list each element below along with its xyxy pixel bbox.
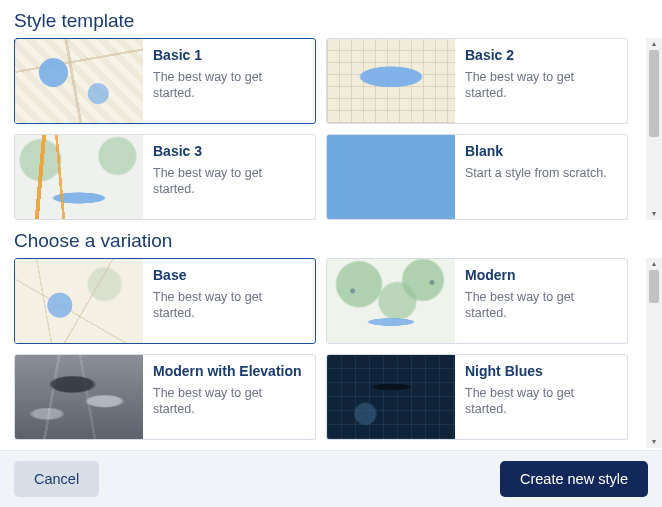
map-thumbnail bbox=[327, 39, 455, 123]
card-title: Modern bbox=[465, 267, 617, 285]
card-desc: The best way to get started. bbox=[153, 165, 305, 199]
scrollbar-thumb[interactable] bbox=[649, 270, 659, 303]
template-card-basic2[interactable]: Basic 2 The best way to get started. bbox=[326, 38, 628, 124]
section-title-templates: Style template bbox=[0, 0, 662, 38]
templates-scrollbar[interactable]: ▴ ▾ bbox=[646, 38, 662, 220]
card-title: Basic 1 bbox=[153, 47, 305, 65]
card-title: Base bbox=[153, 267, 305, 285]
card-desc: Start a style from scratch. bbox=[465, 165, 617, 182]
card-desc: The best way to get started. bbox=[153, 289, 305, 323]
cancel-button[interactable]: Cancel bbox=[14, 461, 99, 497]
variations-grid: Base The best way to get started. Modern… bbox=[14, 258, 628, 440]
dialog-footer: Cancel Create new style bbox=[0, 450, 662, 507]
map-thumbnail bbox=[15, 355, 143, 439]
map-thumbnail bbox=[327, 135, 455, 219]
card-desc: The best way to get started. bbox=[153, 385, 305, 419]
variation-card-modern-elevation[interactable]: Modern with Elevation The best way to ge… bbox=[14, 354, 316, 440]
card-title: Modern with Elevation bbox=[153, 363, 305, 381]
scrollbar-thumb[interactable] bbox=[649, 50, 659, 137]
scroll-down-icon[interactable]: ▾ bbox=[646, 436, 662, 448]
card-title: Blank bbox=[465, 143, 617, 161]
map-thumbnail bbox=[15, 135, 143, 219]
card-title: Night Blues bbox=[465, 363, 617, 381]
scroll-down-icon[interactable]: ▾ bbox=[646, 208, 662, 220]
variation-card-modern[interactable]: Modern The best way to get started. bbox=[326, 258, 628, 344]
map-thumbnail bbox=[327, 259, 455, 343]
card-title: Basic 2 bbox=[465, 47, 617, 65]
card-desc: The best way to get started. bbox=[465, 289, 617, 323]
card-desc: The best way to get started. bbox=[465, 69, 617, 103]
map-thumbnail bbox=[15, 259, 143, 343]
scroll-up-icon[interactable]: ▴ bbox=[646, 258, 662, 270]
section-title-variations: Choose a variation bbox=[0, 220, 662, 258]
template-card-basic1[interactable]: Basic 1 The best way to get started. bbox=[14, 38, 316, 124]
templates-grid: Basic 1 The best way to get started. Bas… bbox=[14, 38, 628, 220]
template-card-basic3[interactable]: Basic 3 The best way to get started. bbox=[14, 134, 316, 220]
map-thumbnail bbox=[15, 39, 143, 123]
variation-card-base[interactable]: Base The best way to get started. bbox=[14, 258, 316, 344]
card-title: Basic 3 bbox=[153, 143, 305, 161]
map-thumbnail bbox=[327, 355, 455, 439]
card-desc: The best way to get started. bbox=[465, 385, 617, 419]
variations-scrollbar[interactable]: ▴ ▾ bbox=[646, 258, 662, 448]
template-card-blank[interactable]: Blank Start a style from scratch. bbox=[326, 134, 628, 220]
variation-card-night-blues[interactable]: Night Blues The best way to get started. bbox=[326, 354, 628, 440]
scroll-up-icon[interactable]: ▴ bbox=[646, 38, 662, 50]
create-style-button[interactable]: Create new style bbox=[500, 461, 648, 497]
card-desc: The best way to get started. bbox=[153, 69, 305, 103]
